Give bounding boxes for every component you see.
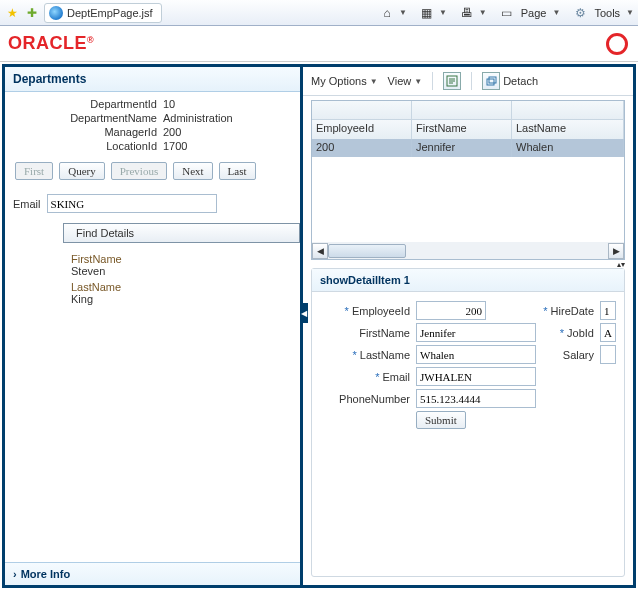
- oracle-o-icon: [606, 33, 628, 55]
- scroll-left-icon[interactable]: ◀: [312, 243, 328, 259]
- departments-panel: Departments DepartmentId10 DepartmentNam…: [5, 67, 303, 585]
- oracle-logo: ORACLE®: [8, 33, 94, 54]
- horizontal-splitter[interactable]: ▴▾: [303, 260, 633, 268]
- manager-id-label: ManagerId: [13, 126, 163, 138]
- browser-tab-title: DeptEmpPage.jsf: [67, 7, 153, 19]
- detach-icon: [482, 72, 500, 90]
- firstname-form-label: FirstName: [320, 327, 410, 339]
- department-form: DepartmentId10 DepartmentNameAdministrat…: [5, 92, 300, 156]
- col-employeeid[interactable]: EmployeeId: [312, 120, 412, 139]
- employees-panel: ◀ My Options ▼ View ▼ Detach EmployeeId …: [303, 67, 633, 585]
- col-lastname[interactable]: LastName: [512, 120, 624, 139]
- chevron-right-icon: ›: [13, 568, 17, 580]
- cell-firstname: Jennifer: [412, 139, 512, 157]
- table-header-row: EmployeeId FirstName LastName: [312, 120, 624, 139]
- firstname-input[interactable]: [416, 323, 536, 342]
- rss-icon[interactable]: ▦: [419, 5, 435, 21]
- nav-buttons: First Query Previous Next Last: [5, 156, 300, 190]
- more-info-label: More Info: [21, 568, 71, 580]
- jobid-input[interactable]: [600, 323, 616, 342]
- print-icon[interactable]: 🖶: [459, 5, 475, 21]
- lastname-input[interactable]: [416, 345, 536, 364]
- lastname-label: LastName: [71, 281, 300, 293]
- view-menu[interactable]: View ▼: [388, 75, 423, 87]
- phone-label: PhoneNumber: [320, 393, 410, 405]
- lookup-result: FirstName Steven LastName King: [5, 249, 300, 305]
- dept-name-label: DepartmentName: [13, 112, 163, 124]
- salary-input[interactable]: [600, 345, 616, 364]
- find-details-button[interactable]: Find Details: [63, 223, 300, 243]
- svg-rect-1: [487, 79, 494, 85]
- detail-form: EmployeeId HireDate FirstName JobId: [312, 292, 624, 438]
- home-icon[interactable]: ⌂: [379, 5, 395, 21]
- table-spacer-row: [312, 101, 624, 120]
- hiredate-input[interactable]: [600, 301, 616, 320]
- departments-header: Departments: [5, 67, 300, 92]
- employees-table: EmployeeId FirstName LastName 200 Jennif…: [311, 100, 625, 260]
- manager-id-value: 200: [163, 126, 181, 138]
- detail-header: showDetailItem 1: [312, 269, 624, 292]
- ie-icon: [49, 6, 63, 20]
- dept-id-label: DepartmentId: [13, 98, 163, 110]
- email-input[interactable]: [47, 194, 217, 213]
- detach-button[interactable]: Detach: [482, 72, 538, 90]
- browser-toolbar: ★ ✚ DeptEmpPage.jsf ⌂▼ ▦▼ 🖶▼ ▭ Page▼ ⚙ T…: [0, 0, 638, 26]
- page-icon: ▭: [499, 5, 515, 21]
- location-id-label: LocationId: [13, 140, 163, 152]
- svg-rect-2: [489, 77, 496, 83]
- table-row[interactable]: 200 Jennifer Whalen: [312, 139, 624, 157]
- oracle-header: ORACLE®: [0, 26, 638, 62]
- main-frame: Departments DepartmentId10 DepartmentNam…: [2, 64, 636, 588]
- table-hscrollbar[interactable]: ◀ ▶: [312, 242, 624, 259]
- scroll-thumb[interactable]: [328, 244, 406, 258]
- next-button[interactable]: Next: [173, 162, 212, 180]
- tools-menu[interactable]: Tools: [592, 7, 622, 19]
- query-button[interactable]: Query: [59, 162, 105, 180]
- wrap-icon[interactable]: [443, 72, 461, 90]
- cell-lastname: Whalen: [512, 139, 624, 157]
- cell-employeeid: 200: [312, 139, 412, 157]
- col-firstname[interactable]: FirstName: [412, 120, 512, 139]
- favorites-star-icon[interactable]: ★: [4, 5, 20, 21]
- phone-input[interactable]: [416, 389, 536, 408]
- dept-name-value: Administration: [163, 112, 233, 124]
- scroll-right-icon[interactable]: ▶: [608, 243, 624, 259]
- email-label: Email: [13, 198, 41, 210]
- browser-tab[interactable]: DeptEmpPage.jsf: [44, 3, 162, 23]
- detail-panel: showDetailItem 1 EmployeeId HireDate Fir…: [311, 268, 625, 577]
- lastname-form-label: LastName: [320, 349, 410, 361]
- employeeid-label: EmployeeId: [320, 305, 410, 317]
- employeeid-input[interactable]: [416, 301, 486, 320]
- my-options-menu[interactable]: My Options ▼: [311, 75, 378, 87]
- vertical-splitter-handle[interactable]: ◀: [300, 303, 308, 323]
- tools-gear-icon: ⚙: [572, 5, 588, 21]
- more-info-disclosure[interactable]: › More Info: [5, 562, 300, 585]
- hiredate-label: HireDate: [543, 305, 594, 317]
- jobid-label: JobId: [560, 327, 594, 339]
- location-id-value: 1700: [163, 140, 187, 152]
- dept-id-value: 10: [163, 98, 175, 110]
- submit-button[interactable]: Submit: [416, 411, 466, 429]
- add-favorite-icon[interactable]: ✚: [24, 5, 40, 21]
- firstname-value: Steven: [71, 265, 300, 277]
- page-menu[interactable]: Page: [519, 7, 549, 19]
- salary-label: Salary: [563, 349, 594, 361]
- first-button[interactable]: First: [15, 162, 53, 180]
- table-toolbar: My Options ▼ View ▼ Detach: [303, 67, 633, 96]
- email-form-input[interactable]: [416, 367, 536, 386]
- lastname-value: King: [71, 293, 300, 305]
- last-button[interactable]: Last: [219, 162, 256, 180]
- previous-button[interactable]: Previous: [111, 162, 168, 180]
- email-form-label: Email: [320, 371, 410, 383]
- firstname-label: FirstName: [71, 253, 300, 265]
